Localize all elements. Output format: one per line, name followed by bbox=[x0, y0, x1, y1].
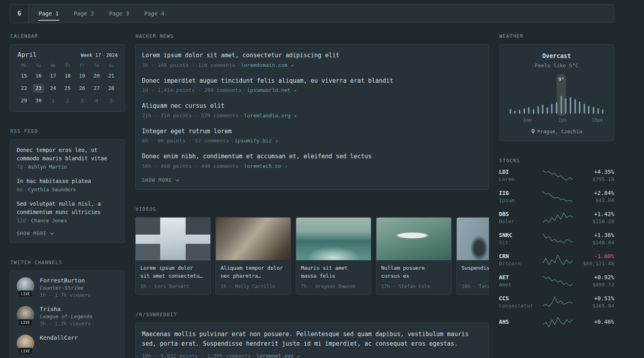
stock-row[interactable]: LDILorem+4.35%$795.18 bbox=[499, 169, 614, 182]
weather-bar bbox=[533, 109, 534, 114]
stock-price: $795.18 bbox=[580, 176, 614, 182]
hn-item-title[interactable]: Integer eget rutrum lorem bbox=[142, 127, 482, 136]
tab-page-1[interactable]: Page 1 bbox=[31, 4, 66, 23]
video-card[interactable]: Mauris sit amet massa felis7h · Grayson … bbox=[296, 217, 371, 295]
calendar-day: 18 bbox=[62, 72, 73, 80]
stock-change: +0.46% bbox=[580, 319, 614, 325]
video-meta: 1h · Lori Barnett bbox=[140, 284, 206, 289]
stock-row[interactable]: IIGIpsum+2.84%$42.04 bbox=[499, 190, 614, 203]
video-title: Mauris sit amet massa felis bbox=[301, 264, 366, 280]
videos-widget: VIDEOS Lorem ipsum dolor sit amet consec… bbox=[135, 206, 489, 295]
tab-page-4[interactable]: Page 4 bbox=[137, 4, 172, 23]
video-card[interactable]: Aliquam tempor dolor nec pharetra…1h · M… bbox=[215, 217, 291, 295]
rss-item: Donec tempor eros leo, ut commodo mauris… bbox=[17, 146, 118, 170]
hn-item-title[interactable]: Donec enim nibh, condimentum et accumsan… bbox=[142, 152, 482, 161]
weather-bar-slot: 9° bbox=[559, 83, 564, 114]
center-column: HACKER NEWS Lorem ipsum dolor sit amet, … bbox=[135, 33, 489, 358]
hn-item-domain[interactable]: ipsumworld.net ↗ bbox=[247, 87, 297, 93]
stock-identity: CCSConsectetur bbox=[499, 295, 535, 309]
stock-symbol: IIG bbox=[499, 190, 535, 196]
calendar-day: 2 bbox=[62, 96, 73, 105]
twitch-channel-row[interactable]: LIVEForrestBurtonCounter-Strike1h · 1.7k… bbox=[17, 277, 118, 298]
stock-sparkline bbox=[535, 296, 580, 308]
twitch-channel-row[interactable]: LIVETrishaLeague of Legends3h · 1.2k vie… bbox=[17, 306, 118, 327]
stock-row[interactable]: CCSConsectetur+0.51%$165.84 bbox=[499, 295, 614, 309]
calendar-day: 19 bbox=[77, 72, 88, 80]
stock-change: +0.92% bbox=[580, 274, 614, 280]
separator: · bbox=[240, 113, 243, 119]
subreddit-widget: /R/SUBREDDIT Maecenas mollis pulvinar er… bbox=[135, 312, 489, 358]
hn-item: Lorem ipsum dolor sit amet, consectetur … bbox=[142, 51, 482, 68]
twitch-channel-row[interactable]: LIVEKendallCarr bbox=[17, 335, 118, 352]
weather-bar bbox=[528, 107, 530, 114]
live-badge: LIVE bbox=[18, 348, 33, 355]
stock-name: Ipsum bbox=[499, 197, 535, 203]
hn-item-title[interactable]: Donec imperdiet augue tincidunt felis al… bbox=[142, 76, 482, 86]
hn-item-stats: 1d · 1,414 points · 299 comments bbox=[142, 87, 241, 93]
live-badge: LIVE bbox=[18, 319, 33, 326]
hn-item-domain[interactable]: loremtech.co ↗ bbox=[244, 163, 287, 169]
stock-row[interactable]: AHS+0.46% bbox=[499, 316, 614, 328]
stock-row[interactable]: CRNBitcorn-1.00%$66,171.48 bbox=[499, 253, 614, 267]
stock-name: Amet bbox=[499, 282, 535, 288]
twitch-channel-info: KendallCarr bbox=[40, 335, 78, 352]
video-meta: 1h · Molly Carrillo bbox=[221, 284, 286, 289]
stock-row[interactable]: AETAmet+0.92%$499.72 bbox=[499, 274, 614, 288]
weather-bar-slot bbox=[577, 83, 582, 114]
left-column: CALENDAR April Week 17·2024 MoTuWeThFrSa… bbox=[10, 33, 125, 358]
rss-item: Sed volutpat nulla nisl, a condimentum n… bbox=[17, 200, 118, 224]
chevron-down-icon bbox=[175, 179, 179, 181]
hn-show-more-button[interactable]: SHOW MORE bbox=[142, 177, 179, 183]
rss-item-meta: 7d·Ashlyn Martin bbox=[17, 164, 118, 170]
calendar-weekday: Th bbox=[65, 63, 70, 68]
rss-item-title[interactable]: Sed volutpat nulla nisl, a condimentum n… bbox=[17, 200, 118, 216]
top-nav: G Page 1Page 2Page 3Page 4 bbox=[10, 4, 614, 23]
subreddit-card: Maecenas mollis pulvinar erat non posuer… bbox=[135, 323, 489, 358]
separator: · bbox=[237, 62, 240, 68]
weather-bar bbox=[570, 97, 571, 114]
calendar-weekday: Su bbox=[109, 63, 114, 68]
weather-bar-slot bbox=[513, 83, 518, 114]
twitch-section-title: TWITCH CHANNELS bbox=[10, 260, 125, 265]
calendar-weekday: Fr bbox=[80, 63, 85, 68]
weather-location-text: Prague, Czechia bbox=[537, 128, 582, 134]
hn-item-domain[interactable]: loremdomain.com ↗ bbox=[241, 62, 293, 68]
video-card[interactable]: Nullam posuere cursus ex17h · Stefan Col… bbox=[376, 217, 452, 295]
weather-bar-slot bbox=[522, 83, 527, 114]
rss-item-title[interactable]: Donec tempor eros leo, ut commodo mauris… bbox=[17, 146, 118, 163]
subreddit-post-title[interactable]: Maecenas mollis pulvinar erat non posuer… bbox=[142, 329, 482, 348]
hn-item-domain[interactable]: ipsumify.biz ↗ bbox=[235, 138, 278, 144]
calendar-day: 25 bbox=[62, 84, 73, 93]
app-logo[interactable]: G bbox=[10, 4, 29, 23]
video-card[interactable]: Suspendisse diam18h · Tara bbox=[456, 217, 489, 295]
twitch-channel-viewers: 3h · 1.2k viewers bbox=[40, 321, 93, 327]
stock-name: Dolor bbox=[499, 218, 535, 224]
stock-symbol: LDI bbox=[499, 169, 535, 175]
stocks-section-title: STOCKS bbox=[499, 158, 614, 163]
rss-show-more-button[interactable]: SHOW MORE bbox=[17, 231, 54, 236]
tab-page-3[interactable]: Page 3 bbox=[101, 4, 137, 23]
tab-page-2[interactable]: Page 2 bbox=[66, 4, 102, 23]
calendar-day: 29 bbox=[18, 96, 29, 105]
calendar-section-title: CALENDAR bbox=[10, 33, 125, 39]
rss-item-title[interactable]: In hac habitasse platea bbox=[17, 177, 118, 185]
hn-item-domain[interactable]: loremlandia.org ↗ bbox=[244, 113, 296, 119]
stock-row[interactable]: SNRCSit+1.36%$148.64 bbox=[499, 232, 614, 245]
stock-change: +2.84% bbox=[580, 190, 614, 196]
subreddit-post-domain[interactable]: loremnet.xyz ↗ bbox=[256, 353, 300, 358]
weather-bar bbox=[584, 104, 585, 114]
rss-item-age: 12d bbox=[17, 218, 26, 224]
hn-item-title[interactable]: Aliquam nec cursus elit bbox=[142, 101, 482, 111]
weather-hour-label: 2pm bbox=[558, 117, 566, 123]
hn-item-meta: 6h · 60 points · 57 comments·ipsumify.bi… bbox=[142, 138, 482, 144]
weather-section-title: WEATHER bbox=[499, 33, 614, 39]
stock-symbol: CRN bbox=[499, 253, 535, 259]
stock-price: $66,171.48 bbox=[580, 261, 614, 267]
video-thumbnail bbox=[136, 218, 210, 260]
stock-row[interactable]: DBSDolor+1.42%$156.28 bbox=[499, 211, 614, 224]
hn-item-title[interactable]: Lorem ipsum dolor sit amet, consectetur … bbox=[142, 51, 482, 60]
rss-item-age: 8d bbox=[17, 187, 23, 193]
weather-location: Prague, Czechia bbox=[506, 128, 607, 134]
video-card[interactable]: Lorem ipsum dolor sit amet consectetu…1h… bbox=[135, 217, 211, 295]
video-meta: 18h · Tara bbox=[462, 284, 489, 289]
